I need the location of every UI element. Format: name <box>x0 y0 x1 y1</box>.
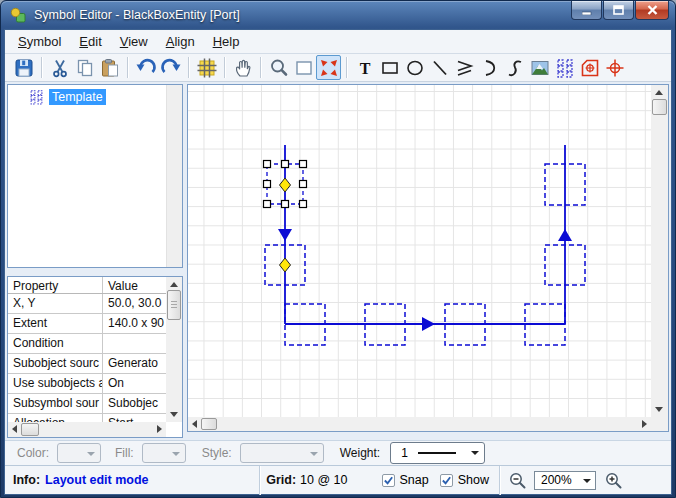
undo-icon[interactable] <box>133 55 158 80</box>
symbol-icon <box>28 88 45 106</box>
zoom-out-icon[interactable] <box>508 471 527 490</box>
selection-handle[interactable] <box>300 160 307 167</box>
scrollbar-thumb[interactable] <box>167 290 181 320</box>
ellipse-tool-icon[interactable] <box>402 55 427 80</box>
zoom-icon[interactable] <box>266 55 291 80</box>
redo-icon[interactable] <box>158 55 183 80</box>
toolbar-separator <box>260 57 261 78</box>
scroll-down-icon[interactable] <box>655 407 663 412</box>
canvas-vertical-scrollbar[interactable] <box>651 85 668 417</box>
crosshair-tool-icon[interactable] <box>602 55 627 80</box>
spline-tool-icon[interactable] <box>502 55 527 80</box>
scrollbar-thumb[interactable] <box>201 418 217 430</box>
title-bar[interactable]: Symbol Editor - BlackBoxEntity [Port] <box>1 1 675 29</box>
selection-handle[interactable] <box>264 180 271 187</box>
menu-item-edit[interactable]: Edit <box>70 31 110 52</box>
selection-handle[interactable] <box>300 180 307 187</box>
maximize-button[interactable] <box>603 1 634 20</box>
anchor-diamond[interactable] <box>280 178 291 192</box>
snap-checkbox[interactable] <box>382 474 395 487</box>
scroll-left-icon[interactable] <box>12 425 17 433</box>
selection-handle[interactable] <box>300 200 307 207</box>
zoom-window-icon[interactable] <box>291 55 316 80</box>
fill-label: Fill: <box>115 446 134 460</box>
property-value: Subobjec <box>103 394 166 413</box>
property-row[interactable]: Condition <box>8 334 166 354</box>
selection-handle[interactable] <box>264 200 271 207</box>
toolbar-separator <box>224 57 225 78</box>
info-label: Info: <box>13 473 40 487</box>
style-label: Style: <box>202 446 232 460</box>
chevron-down-icon <box>471 451 479 455</box>
selection-handle[interactable] <box>264 160 271 167</box>
line-weight-sample <box>418 452 456 454</box>
image-tool-icon[interactable] <box>527 55 552 80</box>
snap-label: Snap <box>400 473 429 487</box>
scrollbar-thumb[interactable] <box>652 99 667 115</box>
property-name: Condition <box>8 334 103 353</box>
pan-icon[interactable] <box>230 55 255 80</box>
anchor-diamond[interactable] <box>280 258 291 272</box>
property-row[interactable]: Subobject sourcGenerato <box>8 354 166 374</box>
scroll-up-icon[interactable] <box>655 90 663 95</box>
property-row[interactable]: X, Y50.0, 30.0 <box>8 294 166 314</box>
copy-icon[interactable] <box>72 55 97 80</box>
save-icon[interactable] <box>11 55 36 80</box>
menu-item-view[interactable]: View <box>111 31 157 52</box>
show-label: Show <box>458 473 489 487</box>
property-value: On <box>103 374 166 393</box>
line-tool-icon[interactable] <box>427 55 452 80</box>
column-header-value: Value <box>103 277 166 293</box>
menu-item-align[interactable]: Align <box>157 31 204 52</box>
zoom-fit-icon[interactable] <box>316 55 341 80</box>
style-dropdown <box>240 443 324 463</box>
close-button[interactable] <box>635 1 669 20</box>
scroll-left-icon[interactable] <box>192 420 197 428</box>
text-tool-icon[interactable]: T <box>352 55 377 80</box>
arc-tool-icon[interactable] <box>477 55 502 80</box>
scroll-right-icon[interactable] <box>642 420 647 428</box>
tree-item-template[interactable]: Template <box>28 88 182 106</box>
port-tool-icon[interactable] <box>577 55 602 80</box>
property-table-vertical-scrollbar[interactable] <box>166 277 182 422</box>
zoom-in-icon[interactable] <box>604 471 623 490</box>
zoom-level-dropdown[interactable]: 200% <box>534 471 596 490</box>
chevron-down-icon <box>87 452 95 456</box>
weight-dropdown[interactable]: 1 <box>390 442 485 464</box>
menu-bar: SymbolEditViewAlignHelp <box>5 30 671 54</box>
minimize-button[interactable] <box>571 1 602 20</box>
drawing-canvas[interactable] <box>188 85 651 417</box>
rectangle-tool-icon[interactable] <box>377 55 402 80</box>
canvas-horizontal-scrollbar[interactable] <box>188 417 651 431</box>
paste-icon[interactable] <box>97 55 122 80</box>
menu-item-help[interactable]: Help <box>204 31 249 52</box>
property-name: Subsymbol sour <box>8 394 103 413</box>
property-row[interactable]: Extent140.0 x 90 <box>8 314 166 334</box>
fill-dropdown <box>142 443 186 463</box>
show-checkbox[interactable] <box>440 474 453 487</box>
grid-toggle-icon[interactable] <box>194 55 219 80</box>
polyline-tool-icon[interactable] <box>452 55 477 80</box>
symbol-tool-icon[interactable] <box>552 55 577 80</box>
scrollbar-thumb[interactable] <box>21 423 39 436</box>
menu-item-symbol[interactable]: Symbol <box>9 31 70 52</box>
selection-handle[interactable] <box>282 200 289 207</box>
property-table-horizontal-scrollbar[interactable] <box>8 422 166 437</box>
canvas-panel <box>187 84 669 432</box>
toolbar-separator <box>188 57 189 78</box>
column-header-property: Property <box>8 277 103 293</box>
tree-scrollbar[interactable] <box>166 85 182 267</box>
property-value: 50.0, 30.0 <box>103 294 166 313</box>
cut-icon[interactable] <box>47 55 72 80</box>
scroll-right-icon[interactable] <box>157 425 162 433</box>
scroll-down-icon[interactable] <box>170 412 178 417</box>
property-row[interactable]: Use subobjects aOn <box>8 374 166 394</box>
check-icon <box>441 475 452 486</box>
property-row[interactable]: AllocationStart <box>8 414 166 422</box>
scroll-up-icon[interactable] <box>170 282 178 287</box>
chevron-down-icon <box>583 479 591 483</box>
chevron-down-icon <box>310 452 318 456</box>
property-value: 140.0 x 90 <box>103 314 166 333</box>
property-row[interactable]: Subsymbol sourSubobjec <box>8 394 166 414</box>
selection-handle[interactable] <box>282 160 289 167</box>
